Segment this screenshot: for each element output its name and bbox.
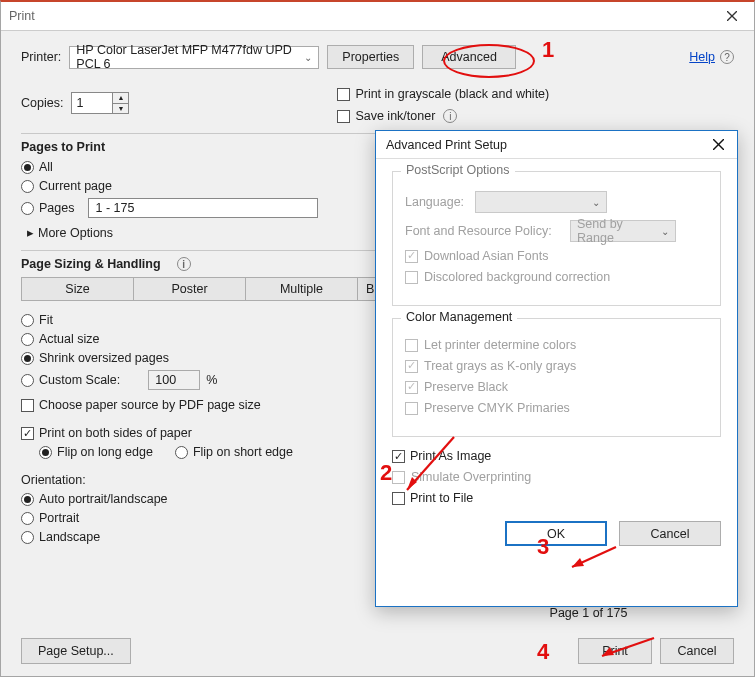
save-ink-checkbox[interactable] [337, 110, 350, 123]
radio-shrink[interactable] [21, 352, 34, 365]
orientation-heading: Orientation: [21, 473, 387, 487]
both-sides-checkbox[interactable] [21, 427, 34, 440]
properties-button[interactable]: Properties [327, 45, 414, 69]
copies-input[interactable]: 1 [71, 92, 113, 114]
window-title: Print [9, 9, 35, 23]
simulate-overprinting-checkbox [392, 471, 405, 484]
printer-label: Printer: [21, 50, 61, 64]
modal-ok-button[interactable]: OK [505, 521, 607, 546]
cancel-button[interactable]: Cancel [660, 638, 734, 664]
print-dialog: Print Printer: HP Color LaserJet MFP M47… [0, 0, 755, 677]
printer-select[interactable]: HP Color LaserJet MFP M477fdw UPD PCL 6 … [69, 46, 319, 69]
treat-grays-checkbox [405, 360, 418, 373]
radio-custom[interactable] [21, 374, 34, 387]
close-icon [713, 139, 724, 150]
radio-landscape[interactable] [21, 531, 34, 544]
info-icon[interactable]: i [443, 109, 457, 123]
pages-range-input[interactable]: 1 - 175 [88, 198, 318, 218]
close-icon [727, 11, 737, 21]
radio-current[interactable] [21, 180, 34, 193]
radio-auto-orient[interactable] [21, 493, 34, 506]
color-management-group: Color Management Let printer determine c… [392, 318, 721, 437]
ps-language-select: ⌄ [475, 191, 607, 213]
chevron-down-icon: ⌄ [304, 52, 312, 63]
print-button[interactable]: Print [578, 638, 652, 664]
custom-scale-input[interactable]: 100 [148, 370, 200, 390]
radio-flip-long[interactable] [39, 446, 52, 459]
radio-all[interactable] [21, 161, 34, 174]
preserve-black-checkbox [405, 381, 418, 394]
modal-close-button[interactable] [699, 131, 737, 159]
spinner-up-icon[interactable]: ▲ [113, 93, 128, 104]
let-printer-colors-checkbox [405, 339, 418, 352]
sizing-heading: Page Sizing & Handling [21, 257, 161, 271]
radio-fit[interactable] [21, 314, 34, 327]
copies-label: Copies: [21, 96, 63, 110]
pages-heading: Pages to Print [21, 140, 387, 154]
modal-title: Advanced Print Setup [386, 138, 507, 152]
size-tab[interactable]: Size [21, 277, 133, 301]
multiple-tab[interactable]: Multiple [245, 277, 357, 301]
radio-pages[interactable] [21, 202, 34, 215]
ps-policy-select: Send by Range⌄ [570, 220, 676, 242]
copies-spinner[interactable]: ▲▼ [113, 92, 129, 114]
grayscale-checkbox[interactable] [337, 88, 350, 101]
triangle-right-icon: ▸ [27, 225, 34, 240]
poster-tab[interactable]: Poster [133, 277, 245, 301]
titlebar: Print [1, 2, 754, 31]
help-icon[interactable]: ? [720, 50, 734, 64]
save-ink-label: Save ink/toner [355, 109, 435, 123]
choose-paper-checkbox[interactable] [21, 399, 34, 412]
radio-portrait[interactable] [21, 512, 34, 525]
help-link[interactable]: Help [689, 50, 715, 64]
asian-fonts-checkbox [405, 250, 418, 263]
advanced-button[interactable]: Advanced [422, 45, 516, 69]
postscript-options-group: PostScript Options Language:⌄ Font and R… [392, 171, 721, 306]
print-as-image-checkbox[interactable] [392, 450, 405, 463]
advanced-print-setup-dialog: Advanced Print Setup PostScript Options … [375, 130, 738, 607]
spinner-down-icon[interactable]: ▼ [113, 104, 128, 114]
modal-cancel-button[interactable]: Cancel [619, 521, 721, 546]
grayscale-label: Print in grayscale (black and white) [355, 87, 549, 101]
print-to-file-checkbox[interactable] [392, 492, 405, 505]
radio-flip-short[interactable] [175, 446, 188, 459]
close-button[interactable] [709, 2, 754, 31]
more-options-toggle[interactable]: ▸More Options [27, 225, 387, 240]
preserve-cmyk-checkbox [405, 402, 418, 415]
modal-titlebar: Advanced Print Setup [376, 131, 737, 159]
discolored-bg-checkbox [405, 271, 418, 284]
radio-actual[interactable] [21, 333, 34, 346]
info-icon[interactable]: i [177, 257, 191, 271]
page-setup-button[interactable]: Page Setup... [21, 638, 131, 664]
printer-selected-value: HP Color LaserJet MFP M477fdw UPD PCL 6 [76, 43, 304, 71]
